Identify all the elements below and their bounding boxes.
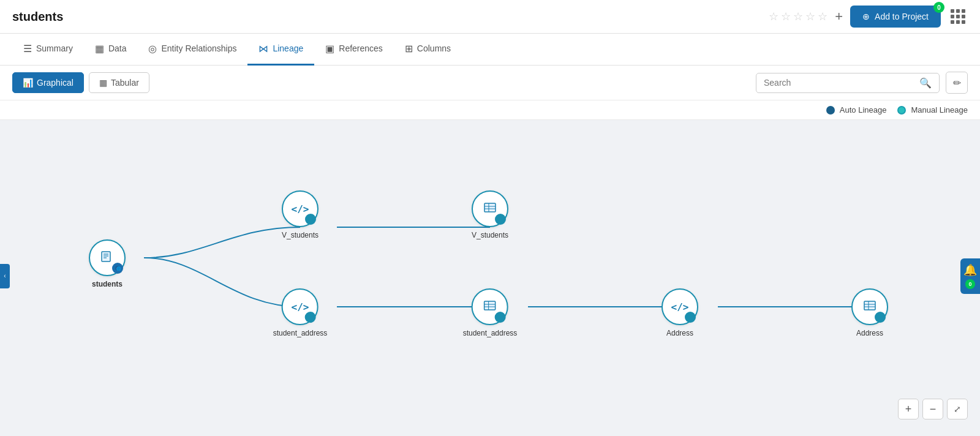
header-actions: ☆ ☆ ☆ ☆ ☆ + ⊕ Add to Project 0 [769, 6, 968, 28]
node-address-table[interactable]: Address [851, 288, 888, 337]
tab-summary[interactable]: ☰ Summary [12, 34, 84, 66]
v-students-table-badge [495, 214, 506, 225]
summary-icon: ☰ [23, 43, 32, 55]
student-address-table-circle [472, 288, 508, 325]
expand-icon: ⤢ [954, 404, 961, 414]
student-address-table-label: student_address [463, 329, 518, 337]
search-container: 🔍 [756, 73, 940, 93]
page-title: students [12, 10, 63, 24]
view-toggle: 📊 Graphical ▦ Tabular [12, 72, 149, 93]
node-address-code[interactable]: </> Address [662, 288, 698, 337]
address-code-label: Address [666, 329, 693, 337]
add-project-icon: ⊕ [862, 12, 870, 21]
node-students[interactable]: 🌐 students [89, 239, 126, 288]
toolbar: 📊 Graphical ▦ Tabular 🔍 ✏ [0, 66, 980, 100]
address-code-badge [685, 312, 696, 323]
header: students ☆ ☆ ☆ ☆ ☆ + ⊕ Add to Project 0 [0, 0, 980, 34]
zoom-in-button[interactable]: + [898, 399, 919, 419]
search-icon: 🔍 [919, 77, 932, 89]
add-button[interactable]: + [835, 9, 843, 24]
lineage-lines [0, 120, 980, 432]
grid-menu-button[interactable] [948, 7, 968, 26]
student-address-view-badge [305, 312, 316, 323]
graphical-view-button[interactable]: 📊 Graphical [12, 72, 84, 93]
manual-lineage-dot [897, 106, 906, 115]
table-icon-4 [863, 299, 876, 315]
auto-lineage-legend: Auto Lineage [826, 105, 887, 115]
v-students-view-badge [305, 214, 316, 225]
node-v-students-table[interactable]: V_students [472, 190, 508, 239]
student-address-view-circle: </> [282, 288, 318, 325]
auto-lineage-label: Auto Lineage [840, 105, 887, 115]
students-circle: 🌐 [89, 239, 126, 276]
students-label: students [92, 280, 123, 288]
svg-rect-4 [102, 252, 110, 261]
svg-rect-11 [484, 203, 496, 212]
toolbar-right: 🔍 ✏ [756, 72, 968, 94]
manual-lineage-legend: Manual Lineage [897, 105, 968, 115]
node-v-students-view[interactable]: </> V_students [282, 190, 318, 239]
student-address-table-badge [495, 312, 506, 323]
search-input[interactable] [764, 78, 914, 88]
pencil-icon: ✏ [953, 77, 961, 89]
student-address-view-label: student_address [273, 329, 328, 337]
star-4[interactable]: ☆ [805, 10, 815, 23]
address-table-badge [875, 312, 886, 323]
manual-lineage-label: Manual Lineage [911, 105, 968, 115]
tabular-label: Tabular [111, 78, 139, 88]
graphical-label: Graphical [37, 78, 74, 88]
star-2[interactable]: ☆ [781, 10, 791, 23]
code-icon-3: </> [671, 301, 689, 313]
zoom-out-button[interactable]: − [922, 399, 943, 419]
table-icon-3 [483, 299, 497, 315]
table-icon-2 [483, 201, 497, 217]
svg-text:🌐: 🌐 [116, 266, 121, 271]
tab-references-label: References [339, 43, 383, 53]
lineage-icon: ⋈ [258, 43, 268, 55]
side-notification[interactable]: 🔔 0 [960, 258, 980, 294]
bell-icon: 🔔 [963, 263, 977, 277]
auto-lineage-dot [826, 106, 835, 115]
tab-references[interactable]: ▣ References [314, 34, 394, 66]
fullscreen-button[interactable]: ⤢ [947, 399, 968, 419]
tab-summary-label: Summary [36, 43, 73, 53]
star-rating[interactable]: ☆ ☆ ☆ ☆ ☆ [769, 10, 827, 23]
left-panel-toggle[interactable]: ‹ [0, 264, 10, 288]
v-students-table-label: V_students [472, 231, 508, 239]
star-5[interactable]: ☆ [818, 10, 827, 23]
node-student-address-table[interactable]: student_address [463, 288, 518, 337]
svg-point-10 [308, 217, 313, 222]
tab-columns[interactable]: ⊞ Columns [394, 34, 462, 66]
legend: Auto Lineage Manual Lineage [0, 100, 980, 120]
address-table-label: Address [856, 329, 883, 337]
nav-tabs: ☰ Summary ▦ Data ◎ Entity Relationships … [0, 34, 980, 66]
tab-data[interactable]: ▦ Data [84, 34, 138, 66]
tab-lineage[interactable]: ⋈ Lineage [247, 34, 314, 66]
star-1[interactable]: ☆ [769, 10, 778, 23]
v-students-table-circle [472, 190, 508, 227]
tab-columns-label: Columns [417, 43, 451, 53]
tab-lineage-label: Lineage [273, 43, 303, 53]
lineage-canvas: 🌐 students </> V_students [0, 120, 980, 432]
add-project-label: Add to Project [875, 12, 929, 21]
table-icon: ▦ [99, 78, 107, 88]
code-icon-1: </> [292, 203, 309, 215]
tabular-view-button[interactable]: ▦ Tabular [89, 72, 149, 93]
tab-entity-relationships[interactable]: ◎ Entity Relationships [137, 34, 247, 66]
chevron-left-icon: ‹ [4, 272, 6, 279]
edit-button[interactable]: ✏ [946, 72, 968, 94]
columns-icon: ⊞ [405, 43, 413, 55]
star-3[interactable]: ☆ [793, 10, 803, 23]
tab-entity-label: Entity Relationships [161, 43, 236, 53]
project-badge: 0 [933, 2, 944, 13]
entity-icon: ◎ [148, 43, 157, 55]
node-student-address-view[interactable]: </> student_address [273, 288, 328, 337]
add-to-project-button[interactable]: ⊕ Add to Project 0 [850, 6, 941, 28]
address-code-circle: </> [662, 288, 698, 325]
notification-badge: 0 [965, 279, 975, 289]
address-table-circle [851, 288, 888, 325]
code-icon-2: </> [292, 301, 309, 313]
v-students-view-circle: </> [282, 190, 318, 227]
references-icon: ▣ [325, 43, 334, 55]
v-students-view-label: V_students [282, 231, 318, 239]
